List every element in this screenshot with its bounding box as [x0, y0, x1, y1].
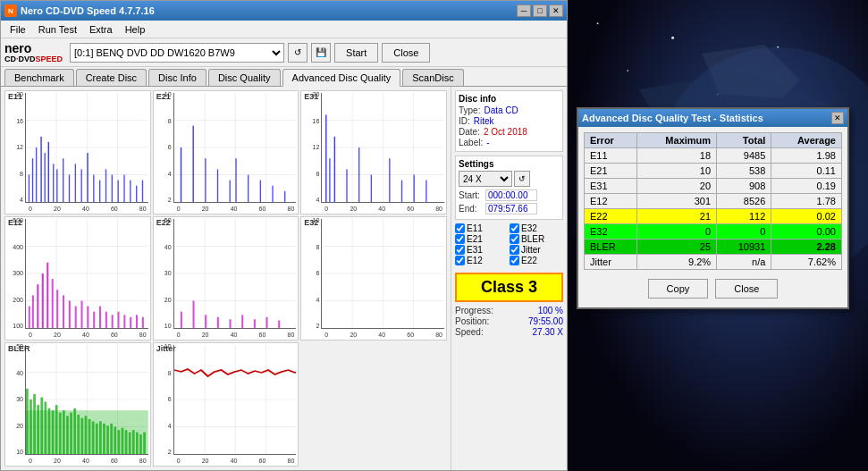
svg-rect-37	[216, 169, 217, 202]
checkbox-grid: E11 E32 E21 BLER	[455, 223, 563, 265]
chart-e31-svg	[322, 93, 444, 202]
cell-error: E21	[585, 164, 637, 179]
chart-e22-xaxis: 020406080	[173, 329, 299, 340]
minimize-button[interactable]: ─	[517, 4, 531, 17]
svg-rect-82	[117, 312, 119, 328]
menu-run-test[interactable]: Run Test	[33, 22, 82, 37]
cb-e31[interactable]	[455, 245, 465, 255]
tab-advanced-disc-quality[interactable]: Advanced Disc Quality	[282, 69, 401, 87]
chart-e11-area	[25, 93, 148, 203]
cb-bler[interactable]	[510, 234, 519, 244]
svg-rect-79	[99, 307, 101, 328]
svg-rect-140	[117, 430, 120, 454]
stats-close-x-button[interactable]: ✕	[831, 112, 844, 124]
svg-rect-35	[192, 126, 193, 202]
cb-e11[interactable]	[455, 223, 465, 233]
cell-avg: 2.28	[771, 240, 842, 255]
svg-rect-97	[229, 319, 231, 328]
svg-rect-27	[142, 181, 143, 202]
tab-benchmark[interactable]: Benchmark	[4, 69, 74, 86]
svg-rect-124	[59, 413, 62, 454]
chart-bler-xaxis: 020406080	[25, 455, 150, 466]
menu-extra[interactable]: Extra	[84, 22, 118, 37]
cb-e22-label: E22	[521, 256, 537, 265]
chart-e11: E11 20161284	[4, 90, 151, 214]
cb-jitter[interactable]	[510, 245, 519, 255]
disc-info-title: Disc info	[459, 94, 560, 104]
svg-rect-43	[284, 191, 285, 202]
end-time-row: End: 079:57.66	[459, 203, 560, 214]
refresh-button[interactable]: ↺	[288, 43, 308, 63]
tab-disc-quality[interactable]: Disc Quality	[208, 69, 281, 86]
disc-type-label: Type:	[459, 105, 480, 115]
svg-rect-15	[69, 175, 70, 203]
chart-jitter-xaxis: 020406080	[173, 455, 299, 466]
save-button[interactable]: 💾	[311, 43, 331, 63]
chart-e22-area	[173, 219, 297, 329]
svg-rect-36	[205, 158, 206, 202]
svg-rect-16	[75, 164, 76, 202]
svg-rect-116	[29, 400, 32, 454]
cb-e32-row: E32	[510, 223, 563, 233]
svg-rect-98	[241, 315, 243, 328]
svg-rect-85	[136, 315, 138, 328]
svg-rect-17	[80, 169, 81, 202]
svg-rect-94	[192, 301, 194, 329]
cb-e21-row: E21	[455, 234, 509, 244]
tab-scandisc[interactable]: ScanDisc	[402, 69, 463, 86]
svg-rect-118	[37, 405, 39, 454]
cell-max: 20	[636, 179, 717, 194]
stats-dialog: Advanced Disc Quality Test - Statistics …	[577, 107, 849, 309]
cell-total: 538	[717, 164, 771, 179]
svg-rect-54	[358, 147, 359, 202]
cb-e12[interactable]	[455, 256, 465, 265]
svg-rect-13	[56, 169, 57, 202]
drive-selector[interactable]: [0:1] BENQ DVD DD DW1620 B7W9	[70, 43, 284, 63]
disc-id-label: ID:	[459, 116, 470, 126]
svg-rect-99	[253, 319, 255, 328]
svg-rect-75	[75, 307, 77, 328]
svg-rect-119	[40, 398, 43, 454]
stats-title: Advanced Disc Quality Test - Statistics	[582, 113, 763, 123]
chart-e12: E12 500400300200100	[4, 216, 151, 341]
cb-e22-row: E22	[510, 256, 563, 265]
close-app-button[interactable]: Close	[382, 43, 430, 63]
stats-tbody: E11 18 9485 1.98 E21 10 538 0.11 E31	[585, 148, 842, 270]
svg-rect-12	[53, 164, 54, 202]
cell-avg: 0.00	[771, 224, 842, 240]
svg-rect-70	[46, 263, 48, 328]
title-bar-text: Nero CD-DVD Speed 4.7.7.16	[21, 5, 155, 16]
chart-e21-area	[173, 93, 297, 203]
cb-e22[interactable]	[510, 256, 519, 265]
cell-error: E12	[585, 194, 637, 209]
cb-e32[interactable]	[510, 223, 519, 233]
cb-e21[interactable]	[455, 234, 465, 244]
cb-bler-label: BLER	[521, 234, 544, 244]
col-maximum: Maximum	[636, 133, 717, 148]
content-area: E11 20161284	[1, 87, 567, 470]
svg-rect-138	[110, 424, 113, 454]
start-value: 000:00.00	[485, 189, 537, 201]
speed-refresh-button[interactable]: ↺	[514, 171, 530, 187]
close-button[interactable]: ✕	[549, 4, 563, 17]
start-button[interactable]: Start	[334, 43, 378, 63]
disc-date-row: Date: 2 Oct 2018	[459, 127, 560, 137]
cell-total: 9485	[717, 148, 771, 164]
menu-help[interactable]: Help	[120, 22, 151, 37]
stats-title-bar: Advanced Disc Quality Test - Statistics …	[578, 109, 847, 127]
speed-row-prog: Speed: 27.30 X	[455, 327, 563, 337]
chart-jitter: Jitter 108642	[153, 342, 299, 467]
menu-file[interactable]: File	[4, 22, 31, 37]
svg-rect-133	[92, 421, 95, 454]
cb-bler-row: BLER	[510, 234, 563, 244]
copy-button[interactable]: Copy	[648, 279, 709, 299]
svg-rect-71	[52, 279, 54, 328]
tab-disc-info[interactable]: Disc Info	[148, 69, 206, 86]
close-stats-button[interactable]: Close	[715, 279, 778, 299]
speed-selector[interactable]: 24 X	[459, 171, 512, 187]
svg-rect-59	[426, 181, 426, 202]
chart-e31-xaxis: 020406080	[321, 203, 446, 214]
tab-create-disc[interactable]: Create Disc	[76, 69, 147, 86]
maximize-button[interactable]: □	[533, 4, 547, 17]
svg-rect-40	[248, 175, 249, 203]
